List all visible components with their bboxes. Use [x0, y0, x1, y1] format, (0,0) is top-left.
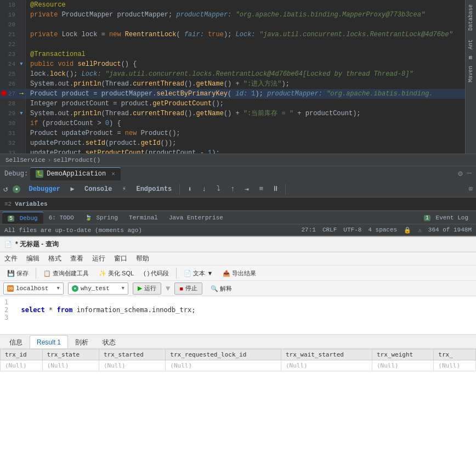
variables-header: ≡2 Variables [0, 197, 476, 211]
line-num-26: 26 [0, 79, 18, 89]
tab-java-enterprise[interactable]: Java Enterprise [163, 212, 229, 224]
debug-tab-close[interactable]: ✕ [111, 167, 115, 180]
toolbar-separator2 [285, 184, 286, 195]
code-line-26: System.out.println(Thread.currentThread(… [26, 79, 465, 89]
sql-menubar: 文件 编辑 格式 查看 运行 窗口 帮助 [0, 252, 476, 265]
menu-edit[interactable]: 编辑 [26, 254, 39, 263]
tab-todo[interactable]: 6: TODO [43, 212, 80, 224]
line-ending: CRLF [322, 227, 337, 234]
menu-help[interactable]: 帮助 [136, 254, 149, 263]
db-icon: DB [7, 285, 14, 292]
fold-icon-29[interactable]: ▼ [20, 111, 22, 116]
sql-code-area[interactable]: 1 2 select * from information_schema.inn… [0, 296, 476, 335]
code-snippet-button[interactable]: ( ) 代码段 [140, 267, 173, 279]
db-select[interactable]: ● why_test ▼ [68, 282, 128, 295]
sidebar-item-database[interactable]: Database [467, 0, 475, 35]
code-line-28: Integer productCount = product.getProduc… [26, 99, 465, 109]
result-tab-result1[interactable]: Result 1 [30, 335, 68, 348]
code-line-31: Product updateProduct = new Product(); [26, 128, 465, 138]
bottom-tabs: 5 Debug 6: TODO 🍃 Spring Terminal Java E… [0, 211, 476, 224]
debugger-tab[interactable]: ● [10, 183, 23, 196]
force-step-into-btn[interactable]: ⤵ [212, 183, 225, 196]
text-icon: 📄 [184, 267, 191, 279]
host-select[interactable]: DB localhost ▼ [3, 282, 64, 295]
run-to-cursor-btn[interactable]: ⇥ [240, 183, 253, 196]
explain-label: 解释 [220, 282, 232, 295]
minimize-icon[interactable]: ─ [467, 169, 472, 178]
stop-label: 停止 [185, 284, 197, 292]
stop-icon: ■ [179, 285, 183, 292]
ide-section: 18 19 20 21 22 23 24▼ 25 26 27 → 28 29▼ … [0, 0, 476, 236]
save-button[interactable]: 💾 保存 [3, 267, 32, 279]
breadcrumb-arrow: › [48, 154, 52, 166]
sql-line-2: 2 select * from information_schema.innod… [4, 306, 472, 314]
thread-count[interactable]: ≡2 [4, 201, 12, 207]
evaluate-btn[interactable]: ≡ [254, 183, 268, 196]
right-sidebar: Database Ant m Maven [465, 0, 476, 154]
tab-debug[interactable]: 5 Debug [2, 212, 43, 224]
cell-trx-id: (Null) [1, 360, 43, 371]
line-num-25: 25 [0, 69, 18, 79]
rerun-icon[interactable]: ↺ [3, 184, 8, 194]
warning-icon: ⚠ [418, 227, 422, 234]
settings-icon[interactable]: ⚙ [458, 169, 462, 178]
debug-tab-demo[interactable]: 🐛 DemoApplication ✕ [30, 167, 121, 180]
run-button[interactable]: ▶ 运行 [133, 282, 161, 295]
sql-title: * 无标题 - 查询 [15, 240, 59, 249]
line-num-22: 22 [0, 39, 18, 49]
cell-trx-wait-started: (Null) [281, 360, 372, 371]
stop-button[interactable]: ■ 停止 [174, 282, 202, 295]
query-builder-button[interactable]: 📋 查询创建工具 [39, 267, 93, 279]
console-tab[interactable]: ▶ [66, 183, 79, 196]
result-tab-info[interactable]: 信息 [2, 335, 30, 348]
tab-event-log[interactable]: 1 Event Log [418, 212, 474, 224]
tb-sep2 [176, 268, 177, 279]
status-bar: All files are up-to-date (moments ago) 2… [0, 224, 476, 236]
export-button[interactable]: 📤 导出结果 [219, 267, 260, 279]
result-tab-profile[interactable]: 剖析 [68, 335, 95, 348]
debugger-label[interactable]: Debugger [24, 185, 65, 193]
variables-label: Variables [15, 201, 47, 207]
debug-toolbar: ↺ ● Debugger ▶ Console ⚡ Endpoints ⬇ ↓ ⤵… [0, 181, 476, 197]
sidebar-item-maven[interactable]: Maven [467, 61, 475, 87]
step-into-btn[interactable]: ↓ [197, 183, 211, 196]
col-trx-weight: trx_weight [372, 349, 433, 360]
query-builder-icon: 📋 [43, 267, 51, 279]
result-tab-status[interactable]: 状态 [95, 335, 123, 348]
breadcrumb-class[interactable]: SellService [5, 154, 46, 166]
code-line-25: lock.lock(); Lock: "java.util.concurrent… [26, 69, 465, 79]
sidebar-item-m[interactable]: m [467, 54, 475, 61]
db-name-icon: ● [72, 285, 78, 292]
tab-terminal[interactable]: Terminal [123, 212, 163, 224]
menu-file[interactable]: 文件 [4, 254, 18, 263]
sql-title-bar: 📄 * 无标题 - 查询 [0, 237, 476, 252]
sidebar-item-ant[interactable]: Ant [467, 35, 475, 54]
encoding: UTF-8 [343, 227, 361, 234]
endpoints-tab[interactable]: ⚡ [117, 183, 131, 196]
beautify-sql-button[interactable]: ✨ 美化 SQL [95, 267, 138, 279]
endpoints-label[interactable]: Endpoints [132, 185, 176, 193]
table-row: (Null) (Null) (Null) (Null) (Null) (Null… [1, 360, 476, 371]
breakpoint-dot-27 [1, 91, 7, 96]
console-label[interactable]: Console [80, 185, 116, 193]
step-over-btn[interactable]: ⬇ [183, 183, 196, 196]
cell-trx-state: (Null) [42, 360, 99, 371]
menu-run[interactable]: 运行 [92, 254, 105, 263]
layout-icon[interactable]: ⊞ [469, 185, 473, 193]
code-line-19: private ProductMapper productMapper; pro… [26, 10, 465, 20]
menu-format[interactable]: 格式 [48, 254, 61, 263]
tab-spring[interactable]: 🍃 Spring [80, 212, 123, 224]
menu-view[interactable]: 查看 [70, 254, 83, 263]
code-line-18: @Resource [26, 0, 465, 10]
fold-icon-24[interactable]: ▼ [20, 61, 22, 67]
cursor-position: 27:1 [302, 227, 316, 234]
explain-button[interactable]: 🔍 解释 [207, 282, 236, 295]
breadcrumb-method[interactable]: sellProduct() [53, 154, 100, 166]
debug-right-actions: ⊞ [469, 185, 473, 193]
pause-btn[interactable]: ⏸ [269, 183, 282, 196]
text-button[interactable]: 📄 文本 ▼ [180, 267, 217, 279]
step-out-btn[interactable]: ↑ [226, 183, 239, 196]
result-tabs: 信息 Result 1 剖析 状态 [0, 335, 476, 349]
code-content[interactable]: @Resource private ProductMapper productM… [26, 0, 465, 154]
menu-window[interactable]: 窗口 [114, 254, 127, 263]
